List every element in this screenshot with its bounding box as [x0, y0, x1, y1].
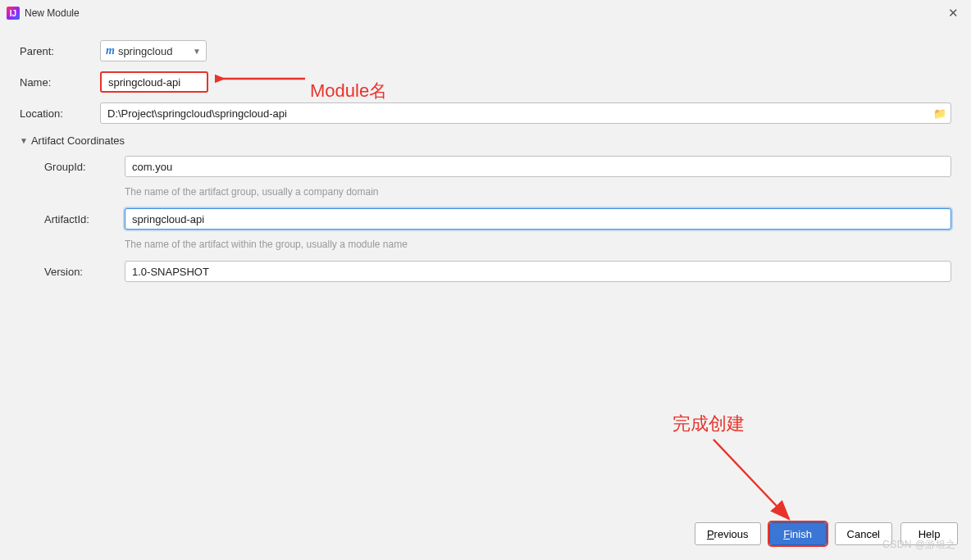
annotation-finish: 完成创建 — [672, 412, 745, 436]
groupid-label: GroupId: — [44, 161, 125, 173]
cancel-button[interactable]: Cancel — [835, 522, 892, 545]
section-title: Artifact Coordinates — [31, 134, 125, 147]
version-label: Version: — [44, 266, 125, 278]
name-input[interactable] — [100, 71, 208, 93]
form-content: Parent: m springcloud ▼ Name: Location: … — [0, 26, 971, 283]
close-button[interactable]: ✕ — [941, 6, 964, 20]
groupid-hint: The name of the artifact group, usually … — [125, 186, 951, 198]
previous-button[interactable]: Previous — [695, 522, 761, 545]
button-bar: Previous Finish Cancel Help — [0, 514, 971, 553]
groupid-input[interactable] — [125, 156, 951, 177]
titlebar: IJ New Module ✕ — [0, 0, 971, 26]
expand-triangle-icon: ▼ — [20, 136, 28, 145]
artifactid-hint: The name of the artifact within the grou… — [125, 239, 951, 250]
parent-combobox[interactable]: m springcloud ▼ — [100, 40, 207, 61]
finish-button[interactable]: Finish — [769, 522, 827, 545]
artifactid-label: ArtifactId: — [44, 213, 125, 225]
version-input[interactable] — [125, 261, 951, 282]
parent-label: Parent: — [20, 45, 100, 57]
artifact-coordinates-toggle[interactable]: ▼ Artifact Coordinates — [20, 134, 951, 147]
location-input[interactable] — [100, 102, 951, 124]
chevron-down-icon: ▼ — [193, 47, 201, 56]
help-button[interactable]: Help — [900, 522, 958, 545]
parent-value: springcloud — [118, 45, 173, 57]
name-label: Name: — [20, 76, 100, 89]
location-label: Location: — [20, 107, 100, 120]
intellij-icon: IJ — [7, 7, 20, 20]
maven-m-icon: m — [106, 44, 115, 57]
artifactid-input[interactable] — [125, 208, 951, 230]
window-title: New Module — [25, 7, 80, 19]
svg-line-1 — [713, 439, 789, 519]
